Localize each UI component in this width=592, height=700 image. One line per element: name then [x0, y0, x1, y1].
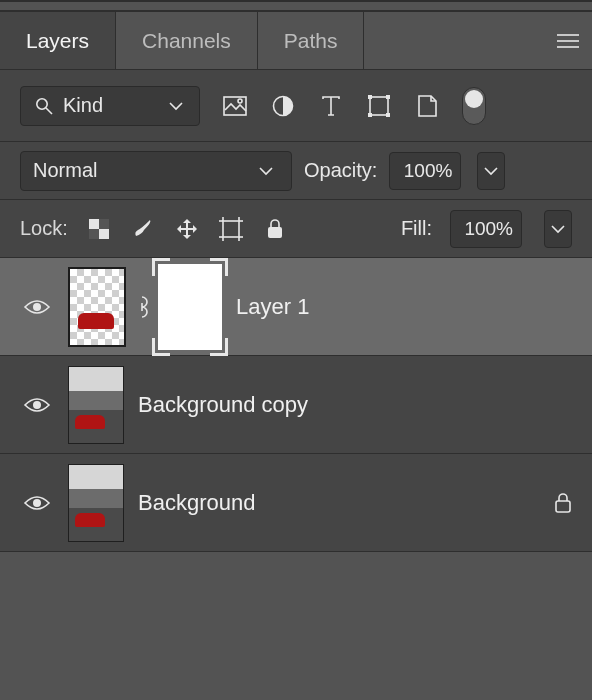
svg-rect-12: [386, 113, 390, 117]
lock-position-icon[interactable]: [174, 216, 200, 242]
lock-transparent-icon[interactable]: [86, 216, 112, 242]
blend-mode-label: Normal: [33, 159, 253, 182]
svg-rect-14: [99, 229, 109, 239]
chevron-down-icon: [163, 93, 189, 119]
svg-point-3: [37, 98, 47, 108]
lock-row: Lock: Fill: 100%: [0, 200, 592, 258]
svg-point-6: [238, 99, 242, 103]
visibility-toggle[interactable]: [20, 494, 54, 512]
visibility-toggle[interactable]: [20, 298, 54, 316]
lock-artboard-icon[interactable]: [218, 216, 244, 242]
filter-toggle[interactable]: [462, 87, 486, 125]
blend-mode-select[interactable]: Normal: [20, 151, 292, 191]
lock-icon: [554, 492, 572, 514]
svg-rect-13: [89, 219, 99, 229]
layer-name[interactable]: Background: [138, 490, 255, 516]
filter-shape-icon[interactable]: [366, 93, 392, 119]
opacity-input[interactable]: 100%: [389, 152, 461, 190]
filter-smartobject-icon[interactable]: [414, 93, 440, 119]
svg-line-4: [46, 108, 52, 114]
filter-adjustment-icon[interactable]: [270, 93, 296, 119]
svg-rect-10: [386, 95, 390, 99]
filter-type-icon[interactable]: [318, 93, 344, 119]
filter-kind-label: Kind: [63, 94, 157, 117]
layer-row[interactable]: Background copy: [0, 356, 592, 454]
filter-row: Kind: [0, 70, 592, 142]
svg-rect-26: [268, 227, 282, 238]
layer-mask-thumbnail[interactable]: [158, 264, 222, 350]
opacity-label: Opacity:: [304, 159, 377, 182]
blend-row: Normal Opacity: 100%: [0, 142, 592, 200]
svg-rect-9: [368, 95, 372, 99]
layer-row[interactable]: Background: [0, 454, 592, 552]
search-icon: [31, 93, 57, 119]
svg-rect-11: [368, 113, 372, 117]
svg-rect-16: [89, 229, 99, 239]
opacity-chevron[interactable]: [477, 152, 505, 190]
svg-rect-15: [99, 219, 109, 229]
panel-top-divider: [0, 0, 592, 12]
link-icon[interactable]: [134, 295, 150, 319]
chevron-down-icon: [253, 158, 279, 184]
svg-point-28: [33, 401, 41, 409]
fill-chevron[interactable]: [544, 210, 572, 248]
panel-menu-button[interactable]: [544, 12, 592, 69]
svg-rect-8: [370, 97, 388, 115]
lock-brush-icon[interactable]: [130, 216, 156, 242]
layer-thumbnail[interactable]: [68, 267, 126, 347]
tab-layers[interactable]: Layers: [0, 12, 116, 69]
fill-label: Fill:: [401, 217, 432, 240]
layers-list: Layer 1 Background copy Background: [0, 258, 592, 552]
svg-rect-5: [224, 97, 246, 115]
layer-name[interactable]: Background copy: [138, 392, 308, 418]
tab-channels[interactable]: Channels: [116, 12, 258, 69]
panel-tabs: Layers Channels Paths: [0, 12, 592, 70]
lock-label: Lock:: [20, 217, 68, 240]
filter-kind-select[interactable]: Kind: [20, 86, 200, 126]
layer-thumbnail[interactable]: [68, 366, 124, 444]
tab-paths[interactable]: Paths: [258, 12, 365, 69]
fill-input[interactable]: 100%: [450, 210, 522, 248]
lock-all-icon[interactable]: [262, 216, 288, 242]
layer-thumbnail[interactable]: [68, 464, 124, 542]
visibility-toggle[interactable]: [20, 396, 54, 414]
layer-row[interactable]: Layer 1: [0, 258, 592, 356]
svg-point-27: [33, 303, 41, 311]
filter-pixel-icon[interactable]: [222, 93, 248, 119]
svg-rect-17: [223, 221, 239, 237]
svg-rect-30: [556, 501, 570, 512]
svg-point-29: [33, 499, 41, 507]
layer-name[interactable]: Layer 1: [236, 294, 309, 320]
